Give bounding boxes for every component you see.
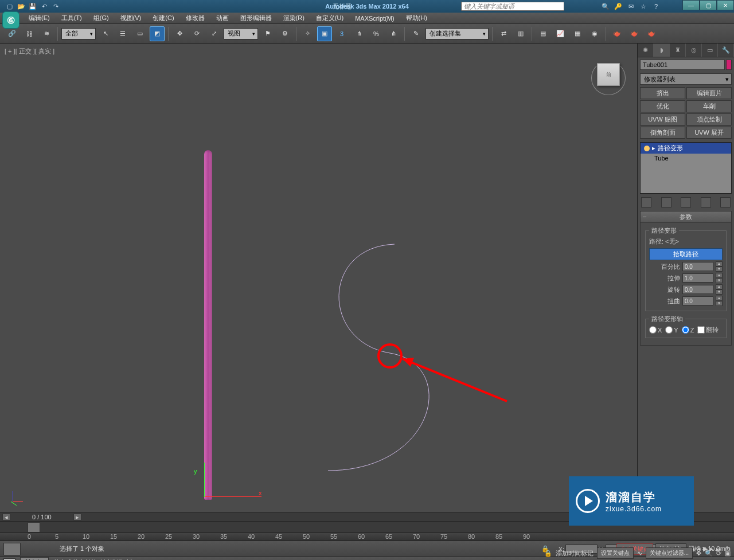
menu-edit[interactable]: 编辑(E)	[23, 13, 56, 24]
mod-btn-uvwmap[interactable]: UVW 贴图	[640, 113, 685, 126]
tab-hierarchy-icon[interactable]: ♜	[670, 44, 686, 57]
set-key-button[interactable]: 设置关键点	[597, 547, 634, 559]
scene-spline-path[interactable]	[0, 44, 614, 514]
key-icon[interactable]: 🔑	[614, 3, 623, 10]
minimize-button[interactable]: —	[682, 0, 700, 10]
menu-modifiers[interactable]: 修改器	[180, 13, 210, 24]
menu-create[interactable]: 创建(C)	[147, 13, 179, 24]
star-icon[interactable]: ☆	[639, 3, 648, 10]
radio-x[interactable]: X	[649, 326, 662, 334]
add-time-tag[interactable]: 添加时间标记	[556, 549, 594, 558]
pin-stack-icon[interactable]	[641, 197, 651, 207]
key-filters-button[interactable]: 关键点过滤器...	[646, 547, 693, 559]
menu-rendering[interactable]: 渲染(R)	[278, 13, 310, 24]
render-icon[interactable]: 🫖	[644, 26, 659, 41]
manip-icon[interactable]: ⚙	[278, 26, 292, 41]
menu-views[interactable]: 视图(V)	[115, 13, 147, 24]
help-icon[interactable]: ?	[651, 3, 661, 10]
save-icon[interactable]: 💾	[29, 2, 37, 10]
lightbulb-icon[interactable]	[644, 146, 650, 151]
mod-btn-lathe[interactable]: 车削	[686, 100, 732, 112]
close-button[interactable]: ✕	[717, 0, 734, 10]
script-output-icon[interactable]: --	[3, 558, 15, 561]
select-name-icon[interactable]: ☰	[115, 26, 130, 41]
menu-group[interactable]: 组(G)	[88, 13, 115, 24]
modifier-list-combo[interactable]: 修改器列表	[640, 73, 732, 85]
angle-snap-icon[interactable]: ⋔	[352, 26, 366, 41]
mod-btn-editpatch[interactable]: 编辑面片	[686, 87, 732, 99]
show-end-icon[interactable]	[661, 197, 671, 207]
tab-modify-icon[interactable]: ◗	[654, 44, 670, 57]
viewport-label[interactable]: [ + ][ 正交 ][ 真实 ]	[5, 47, 54, 56]
app-menu-button[interactable]: ⑥	[2, 11, 19, 29]
menu-tools[interactable]: 工具(T)	[56, 13, 88, 24]
pick-path-button[interactable]: 拾取路径	[649, 248, 723, 260]
tab-motion-icon[interactable]: ◎	[686, 44, 702, 57]
move-icon[interactable]: ✥	[172, 26, 187, 41]
select-rect-icon[interactable]: ▭	[132, 26, 147, 41]
scale-icon[interactable]: ⤢	[206, 26, 221, 41]
unique-icon[interactable]	[681, 197, 691, 207]
align-icon[interactable]: ▥	[513, 26, 528, 41]
time-slider-handle[interactable]	[28, 522, 40, 532]
remove-mod-icon[interactable]	[701, 197, 711, 207]
menu-grapheditors[interactable]: 图形编辑器	[235, 13, 278, 24]
mod-btn-vertexpaint[interactable]: 顶点绘制	[686, 113, 732, 126]
rollout-header[interactable]: 参数	[641, 212, 731, 223]
mod-btn-uvwunwrap[interactable]: UVW 展开	[686, 127, 732, 139]
nav-zoom-icon[interactable]: 🔍	[705, 550, 713, 557]
configure-icon[interactable]	[720, 197, 731, 207]
stack-item-tube[interactable]: Tube	[641, 154, 731, 163]
mirror-icon[interactable]: ⇄	[496, 26, 511, 41]
scroll-right-icon[interactable]: ▸	[73, 514, 81, 520]
search-go-icon[interactable]: 🔍	[601, 3, 610, 10]
object-color-swatch[interactable]	[726, 60, 732, 70]
snap-3d-icon[interactable]: ▣	[317, 26, 332, 41]
named-selection-combo[interactable]: 创建选择集	[425, 28, 489, 40]
viewport[interactable]: [ + ][ 正交 ][ 真实 ] 前 x y	[0, 44, 638, 512]
scene-tube-object[interactable]	[204, 150, 212, 500]
twist-spinner[interactable]: 0.0	[682, 296, 713, 306]
material-editor-icon[interactable]: ◉	[587, 26, 602, 41]
open-icon[interactable]: 📂	[17, 2, 25, 10]
maximize-button[interactable]: ▢	[700, 0, 717, 10]
snap-toggle-icon[interactable]: ✧	[300, 26, 315, 41]
nav-orbit-icon[interactable]: ⟳	[716, 550, 721, 557]
edit-named-sel-icon[interactable]: ✎	[408, 26, 423, 41]
modifier-stack[interactable]: ▸路径变形 Tube	[640, 142, 732, 194]
undo-icon[interactable]: ↶	[40, 2, 48, 10]
comm-icon[interactable]: ✉	[626, 3, 635, 10]
location-field[interactable]: 所在行:	[20, 557, 49, 560]
maxscript-listener-icon[interactable]	[3, 543, 21, 555]
mod-btn-optimize[interactable]: 优化	[640, 100, 685, 112]
unlink-icon[interactable]: ⛓	[22, 26, 37, 41]
stack-item-pathdeform[interactable]: ▸路径变形	[641, 143, 731, 154]
stretch-spinner[interactable]: 1.0	[682, 273, 713, 283]
mod-btn-bevelprofile[interactable]: 倒角剖面	[640, 127, 685, 139]
snap-3-icon[interactable]: 3	[334, 26, 349, 41]
percent-up-icon[interactable]: ▲	[716, 261, 723, 267]
curve-editor-icon[interactable]: 📈	[553, 26, 568, 41]
tab-utilities-icon[interactable]: 🔧	[718, 44, 734, 57]
viewcube-face[interactable]: 前	[597, 63, 620, 86]
rotate-spinner[interactable]: 0.0	[682, 285, 713, 294]
select-window-icon[interactable]: ◩	[150, 26, 165, 41]
menu-help[interactable]: 帮助(H)	[400, 13, 433, 24]
track-bar[interactable]: 0 5 10 15 20 25 30 35 40 45 50 55 60 65 …	[0, 532, 734, 541]
spinner-snap-icon[interactable]: ⋔	[386, 26, 401, 41]
ref-coord-combo[interactable]: 视图	[224, 28, 258, 40]
percent-spinner[interactable]: 0.0	[682, 262, 713, 271]
object-name-input[interactable]	[640, 60, 725, 70]
pivot-icon[interactable]: ⚑	[260, 26, 275, 41]
help-search-input[interactable]	[461, 2, 564, 11]
key-mode-icon[interactable]: ∿	[637, 550, 642, 557]
checkbox-flip[interactable]: 翻转	[697, 326, 719, 334]
radio-z[interactable]: Z	[682, 326, 694, 334]
scroll-left-icon[interactable]: ◂	[2, 514, 10, 520]
layer-icon[interactable]: ▤	[536, 26, 550, 41]
mod-btn-extrude[interactable]: 挤出	[640, 87, 685, 99]
render-setup-icon[interactable]: 🫖	[610, 26, 624, 41]
nav-pan-icon[interactable]: ✥	[696, 550, 701, 557]
tab-create-icon[interactable]: ✺	[638, 44, 654, 57]
selection-filter-combo[interactable]: 全部	[61, 28, 96, 40]
